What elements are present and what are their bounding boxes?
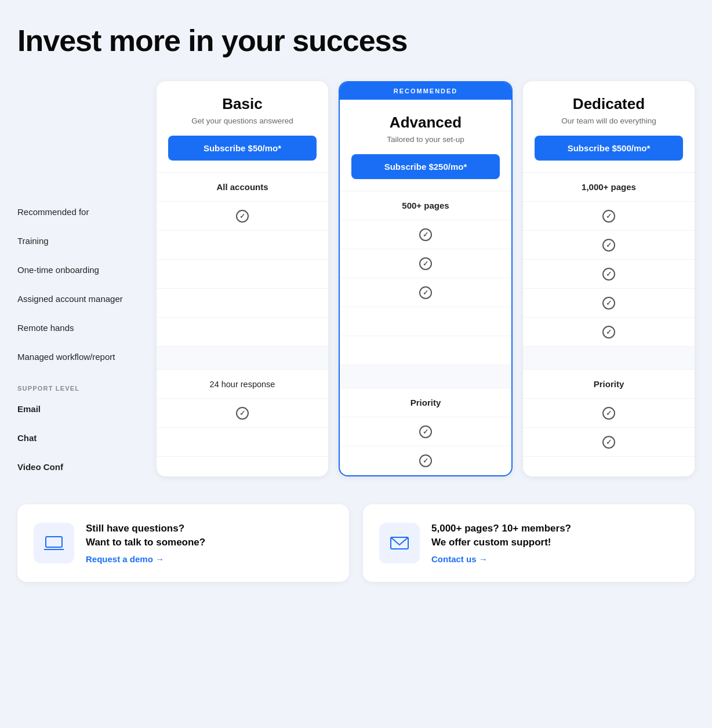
feature-video-conf: Video Conf <box>17 452 157 481</box>
plan-dedicated-training <box>523 202 695 231</box>
no-check-onboarding-basic <box>236 239 249 252</box>
feature-chat: Chat <box>17 423 157 452</box>
plan-dedicated-video-conf <box>523 428 695 457</box>
plan-advanced-training <box>340 220 511 249</box>
plan-advanced-chat <box>340 417 511 446</box>
no-check-video-conf-basic <box>236 436 249 449</box>
plan-basic-onboarding <box>157 231 328 260</box>
plan-basic-subscribe-button[interactable]: Subscribe $50/mo* <box>168 136 317 161</box>
no-check-workflow-basic <box>236 326 249 338</box>
check-onboarding-advanced <box>419 257 432 270</box>
check-remote-hands-dedicated <box>602 297 615 310</box>
feature-workflow: Managed workflow/report <box>17 342 157 371</box>
plan-basic-name: Basic <box>168 95 317 113</box>
plan-advanced-remote-hands <box>340 307 511 336</box>
plan-advanced-recommended-for: 500+ pages <box>340 191 511 220</box>
check-video-conf-dedicated <box>602 436 615 449</box>
plan-basic-email: 24 hour response <box>157 370 328 399</box>
check-account-manager-dedicated <box>602 268 615 281</box>
demo-card-title: Still have questions? Want to talk to so… <box>86 522 205 549</box>
custom-card: 5,000+ pages? 10+ members? We offer cust… <box>363 504 695 582</box>
plan-advanced-email: Priority <box>340 388 511 417</box>
custom-card-link[interactable]: Contact us → <box>431 554 488 564</box>
check-account-manager-advanced <box>419 286 432 299</box>
plan-advanced-support-spacer <box>340 365 511 388</box>
plans-wrapper: Basic Get your questions answered Subscr… <box>157 81 695 476</box>
plan-basic-workflow <box>157 318 328 347</box>
plan-advanced-name: Advanced <box>351 114 500 132</box>
custom-card-content: 5,000+ pages? 10+ members? We offer cust… <box>431 522 571 565</box>
demo-card-content: Still have questions? Want to talk to so… <box>86 522 205 565</box>
check-training-basic <box>236 210 249 223</box>
check-training-dedicated <box>602 210 615 223</box>
feature-email: Email <box>17 394 157 423</box>
no-check-remote-hands-basic <box>236 297 249 310</box>
custom-card-title: 5,000+ pages? 10+ members? We offer cust… <box>431 522 571 549</box>
feature-onboarding: One-time onboarding <box>17 255 157 284</box>
plan-basic-rows: All accounts 24 hour response <box>157 173 328 457</box>
check-video-conf-advanced <box>419 454 432 467</box>
features-column: Recommended for Training One-time onboar… <box>17 81 157 481</box>
plan-basic-account-manager <box>157 260 328 289</box>
plan-advanced-onboarding <box>340 249 511 278</box>
laptop-icon-container <box>34 523 74 563</box>
plan-basic-training <box>157 202 328 231</box>
plan-basic-remote-hands <box>157 289 328 318</box>
plan-dedicated-chat <box>523 399 695 428</box>
recommended-badge: RECOMMENDED <box>340 82 511 100</box>
plan-advanced-rows: 500+ pages Priority <box>340 191 511 475</box>
check-chat-dedicated <box>602 407 615 420</box>
no-check-workflow-advanced <box>419 344 432 357</box>
plan-dedicated-rows: 1,000+ pages Priority <box>523 173 695 457</box>
email-icon-container <box>379 523 420 563</box>
feature-remote-hands: Remote hands <box>17 313 157 342</box>
no-check-remote-hands-advanced <box>419 315 432 328</box>
demo-card: Still have questions? Want to talk to so… <box>17 504 349 582</box>
plan-basic-support-spacer <box>157 347 328 370</box>
feature-training: Training <box>17 226 157 255</box>
plan-basic-chat <box>157 399 328 428</box>
plan-dedicated-account-manager <box>523 260 695 289</box>
plan-basic-video-conf <box>157 428 328 457</box>
check-onboarding-dedicated <box>602 239 615 252</box>
plan-dedicated-subscribe-button[interactable]: Subscribe $500/mo* <box>535 136 683 161</box>
plan-dedicated-recommended-for: 1,000+ pages <box>523 173 695 202</box>
support-section-header: SUPPORT LEVEL <box>17 371 157 394</box>
email-icon <box>389 533 410 554</box>
no-check-account-manager-basic <box>236 268 249 281</box>
plan-advanced: RECOMMENDED Advanced Tailored to your se… <box>339 81 513 476</box>
bottom-cards: Still have questions? Want to talk to so… <box>17 504 695 582</box>
plan-advanced-workflow <box>340 336 511 365</box>
plan-dedicated-desc: Our team will do everything <box>535 117 683 125</box>
plan-dedicated-remote-hands <box>523 289 695 318</box>
check-chat-advanced <box>419 425 432 438</box>
check-workflow-dedicated <box>602 326 615 338</box>
plan-advanced-video-conf <box>340 446 511 475</box>
demo-card-link[interactable]: Request a demo → <box>86 554 164 564</box>
plan-advanced-desc: Tailored to your set-up <box>351 135 500 144</box>
plan-advanced-account-manager <box>340 278 511 307</box>
plan-advanced-header: Advanced Tailored to your set-up Subscri… <box>340 100 511 191</box>
plan-basic-desc: Get your questions answered <box>168 117 317 125</box>
plan-dedicated-workflow <box>523 318 695 347</box>
plan-basic-recommended-for: All accounts <box>157 173 328 202</box>
check-training-advanced <box>419 228 432 241</box>
plan-dedicated-support-spacer <box>523 347 695 370</box>
plan-advanced-subscribe-button[interactable]: Subscribe $250/mo* <box>351 154 500 179</box>
plan-dedicated-header: Dedicated Our team will do everything Su… <box>523 81 695 173</box>
svg-rect-0 <box>46 537 62 547</box>
plan-basic: Basic Get your questions answered Subscr… <box>157 81 328 476</box>
check-chat-basic <box>236 407 249 420</box>
feature-recommended-for: Recommended for <box>17 197 157 226</box>
plan-dedicated: Dedicated Our team will do everything Su… <box>523 81 695 476</box>
plan-dedicated-onboarding <box>523 231 695 260</box>
pricing-section: Recommended for Training One-time onboar… <box>17 81 695 481</box>
laptop-icon <box>43 533 64 554</box>
plan-dedicated-email: Priority <box>523 370 695 399</box>
plan-dedicated-name: Dedicated <box>535 95 683 113</box>
feature-account-manager: Assigned account manager <box>17 284 157 313</box>
page-title: Invest more in your success <box>17 23 695 58</box>
plan-basic-header: Basic Get your questions answered Subscr… <box>157 81 328 173</box>
